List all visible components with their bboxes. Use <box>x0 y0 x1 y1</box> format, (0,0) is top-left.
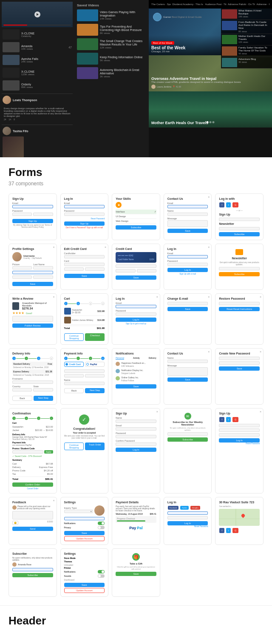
email-input[interactable] <box>167 432 208 436</box>
new-password-input[interactable] <box>219 357 260 360</box>
close-button[interactable]: × <box>260 410 261 413</box>
email-input[interactable] <box>116 427 156 431</box>
close-button[interactable]: × <box>208 295 210 298</box>
country-input[interactable] <box>33 275 53 279</box>
save-button[interactable]: Save <box>219 366 260 371</box>
twitter-button[interactable]: t <box>226 528 231 533</box>
send-button[interactable]: Send <box>12 527 53 531</box>
cardholder-input[interactable] <box>64 255 105 258</box>
list-item[interactable]: Mother Earth Heals Our Travels 12K views <box>221 34 272 45</box>
paypal-option[interactable]: PayPal <box>85 362 105 367</box>
back-button[interactable]: Back <box>12 396 32 401</box>
save-button[interactable]: Save <box>116 275 156 280</box>
password-input[interactable] <box>167 263 208 266</box>
close-button[interactable]: × <box>208 246 210 249</box>
password-input[interactable] <box>12 213 32 216</box>
confirm-password-input[interactable] <box>33 213 53 216</box>
list-item[interactable]: Family Safari Vacation To The Home Of Th… <box>221 45 272 57</box>
notifications-toggle[interactable] <box>98 570 105 573</box>
star-rating[interactable]: ★★★★ <box>12 311 24 315</box>
close-button[interactable]: × <box>53 246 55 249</box>
lastname-input[interactable] <box>33 266 53 270</box>
google-button[interactable]: G <box>232 417 238 422</box>
list-item[interactable]: Adventure Blog 3K views <box>221 57 272 68</box>
tab-delivery[interactable]: Delivery <box>149 357 156 360</box>
tab-personal[interactable]: Personal <box>116 357 124 360</box>
save-button[interactable]: Save <box>167 307 208 311</box>
skill-item[interactable]: Web Design <box>116 219 156 224</box>
save-button[interactable]: Save <box>116 572 156 576</box>
email-input[interactable] <box>12 568 53 571</box>
update-account-button[interactable]: Update Account <box>64 588 105 593</box>
current-email-input[interactable] <box>167 302 208 305</box>
sign-up-link[interactable]: Sign Up to get e-mail up <box>116 323 156 325</box>
tab-activity[interactable]: Activity <box>133 357 140 360</box>
next-step-button[interactable]: Next Step <box>85 388 105 393</box>
continue-shopping-button[interactable]: Continue Shopping <box>64 443 84 450</box>
email-input[interactable] <box>64 205 105 208</box>
skill-item[interactable]: UI Design <box>116 214 156 219</box>
name-input[interactable] <box>64 382 105 385</box>
privacy-toggle[interactable] <box>98 526 105 529</box>
card-number-input[interactable] <box>116 264 156 268</box>
subscribe-button[interactable]: Subscribe <box>167 437 208 442</box>
email-input[interactable] <box>167 205 208 208</box>
list-item[interactable]: From Bedknob To Castle And Retire In Den… <box>221 20 272 34</box>
confirm-password-input[interactable] <box>116 443 156 446</box>
name-input[interactable] <box>116 420 156 423</box>
message-input[interactable] <box>167 367 208 376</box>
emoji-happy[interactable]: 😊 <box>12 521 18 525</box>
close-button[interactable]: × <box>260 350 261 353</box>
save-button[interactable]: Save <box>12 282 53 286</box>
close-button[interactable]: × <box>156 295 158 298</box>
main-video-player[interactable] <box>2 2 73 27</box>
facebook-button[interactable]: f <box>219 528 224 533</box>
email-input[interactable] <box>12 271 53 274</box>
cvv-input[interactable] <box>85 374 105 377</box>
save-button[interactable]: Save <box>116 384 156 389</box>
twitter-button[interactable]: t <box>226 417 231 422</box>
facebook-button[interactable]: f <box>219 202 224 207</box>
email-input[interactable] <box>219 302 260 305</box>
zip-input[interactable] <box>12 275 32 279</box>
channel-item[interactable]: Dividend Academy · This Is Insane <box>172 3 204 6</box>
play-button[interactable] <box>34 11 40 17</box>
log-in-button[interactable]: Log In <box>116 448 156 452</box>
feedback-input[interactable] <box>12 511 53 519</box>
channel-item[interactable]: The Carters · Spartan <box>151 3 171 6</box>
inquiry-select[interactable] <box>64 510 94 513</box>
setting-input[interactable] <box>64 517 105 520</box>
skill-item[interactable]: Interface✓ <box>116 210 156 214</box>
country-input[interactable] <box>12 388 32 392</box>
sign-up-link[interactable]: Sign Up with e-mail <box>167 273 208 275</box>
confirm-password-input[interactable] <box>219 433 260 437</box>
review-text-input[interactable] <box>12 316 53 322</box>
save-button[interactable]: Save <box>64 274 105 278</box>
password-input[interactable] <box>64 213 105 216</box>
picture-input[interactable] <box>12 266 32 270</box>
list-item[interactable]: Keep Finding Information Online 5K views <box>76 52 147 65</box>
subscribe-button[interactable]: Subscribe <box>12 573 53 577</box>
track-order-button[interactable]: Track Order <box>85 443 105 450</box>
email-input[interactable] <box>219 424 260 427</box>
expiry-input[interactable] <box>64 267 84 271</box>
google-button[interactable]: G <box>232 202 238 207</box>
save-button[interactable]: Save <box>64 531 105 535</box>
twitter-button[interactable]: Twitter <box>180 506 189 510</box>
email-input[interactable] <box>167 511 208 515</box>
credit-card-option[interactable]: Credit Card <box>64 362 84 367</box>
list-item[interactable]: Ayesha Falls 24K views <box>2 54 73 66</box>
back-button[interactable]: Back <box>64 388 84 393</box>
close-button[interactable]: × <box>105 246 106 249</box>
list-item[interactable]: X-CLONE 125K views <box>2 66 73 79</box>
cvv-input[interactable] <box>85 267 105 271</box>
continue-shopping-button[interactable]: Continue Shopping <box>64 333 84 341</box>
update-account-button[interactable]: Update Account <box>64 536 105 541</box>
password-input[interactable] <box>167 516 208 519</box>
log-in-button[interactable]: Log In <box>116 318 156 322</box>
apply-coupon-button[interactable]: Apply <box>44 450 53 454</box>
channel-item[interactable]: Adrienne Palicki · On The Eve <box>228 3 255 6</box>
delivery-option[interactable]: Standard Delivery Free <box>12 362 53 366</box>
state-input[interactable] <box>33 388 53 392</box>
log-in-button[interactable]: Log In <box>167 521 208 525</box>
